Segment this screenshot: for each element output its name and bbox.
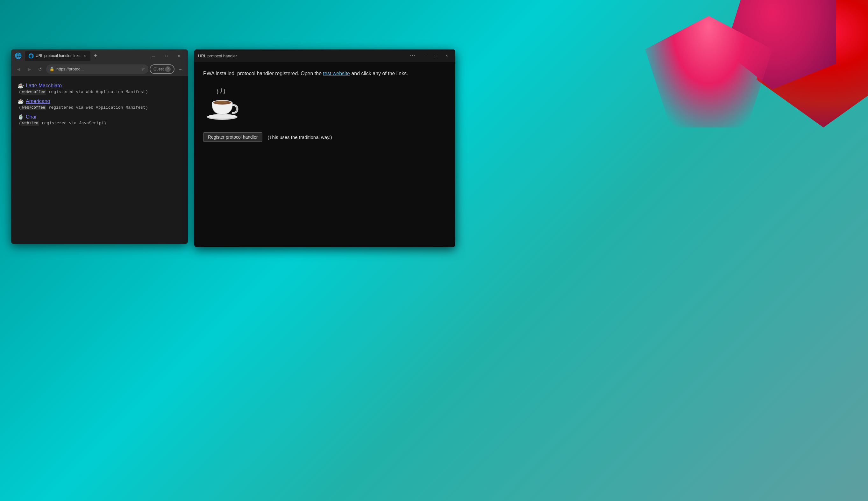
back-button[interactable]: ◀ <box>14 64 23 74</box>
coffee-emoji-1: ☕ <box>18 83 24 88</box>
new-tab-button[interactable]: + <box>91 51 100 60</box>
tab-close-button[interactable]: × <box>82 53 87 58</box>
browser-titlebar: 🌐 🌐 URL protocol handler links × + — □ × <box>11 50 188 62</box>
window-controls: — □ × <box>147 51 185 60</box>
tab-bar: 🌐 URL protocol handler links × + <box>25 51 146 61</box>
pwa-content: PWA installed, protocol handler register… <box>194 62 455 247</box>
test-website-link[interactable]: test website <box>323 71 350 76</box>
link-meta-1: (web+coffee registered via Web Applicati… <box>19 89 182 94</box>
coffee-cup-icon <box>203 85 241 123</box>
list-item: ☕ Americano (web+coffee registered via W… <box>18 98 182 110</box>
link-meta-3: (web+tea registered via JavaScript) <box>19 121 182 126</box>
browser-tab-active[interactable]: 🌐 URL protocol handler links × <box>25 51 90 61</box>
pwa-titlebar: URL protocol handler ··· — □ × <box>194 50 455 62</box>
minimize-button[interactable]: — <box>147 51 160 60</box>
pwa-minimize-button[interactable]: — <box>420 51 430 61</box>
forward-button[interactable]: ▶ <box>24 64 34 74</box>
chai-link[interactable]: Chai <box>26 114 36 120</box>
browser-toolbar: ◀ ▶ ↺ 🔒 https://protoc... ☆ Guest ? ··· <box>11 62 188 76</box>
tab-favicon: 🌐 <box>28 53 34 58</box>
close-button[interactable]: × <box>173 51 185 60</box>
pwa-window: URL protocol handler ··· — □ × PWA insta… <box>194 50 455 247</box>
list-item: ☕ Latte Macchiato (web+coffee registered… <box>18 83 182 94</box>
pwa-window-controls: ··· — □ × <box>406 51 451 61</box>
browser-content: ☕ Latte Macchiato (web+coffee registered… <box>11 76 188 244</box>
link-line-2: ☕ Americano <box>18 98 182 104</box>
coffee-emoji-2: ☕ <box>18 98 24 104</box>
register-note: (This uses the traditional way.) <box>267 135 332 140</box>
edge-logo-icon: 🌐 <box>14 51 23 60</box>
tab-title: URL protocol handler links <box>36 54 80 58</box>
maximize-button[interactable]: □ <box>160 51 173 60</box>
pwa-maximize-button[interactable]: □ <box>431 51 441 61</box>
pwa-info-prefix: PWA installed, protocol handler register… <box>203 71 323 76</box>
pwa-info-text: PWA installed, protocol handler register… <box>203 70 447 77</box>
pwa-window-title: URL protocol handler <box>198 54 406 58</box>
svg-point-1 <box>208 114 236 119</box>
address-bar[interactable]: 🔒 https://protoc... ☆ <box>46 64 149 74</box>
latte-macchiato-link[interactable]: Latte Macchiato <box>26 83 62 88</box>
address-text: https://protoc... <box>56 67 140 71</box>
favorites-icon[interactable]: ☆ <box>141 67 145 71</box>
link-line-3: 🍵 Chai <box>18 114 182 120</box>
guest-label: Guest <box>153 67 164 71</box>
tea-emoji: 🍵 <box>18 114 24 120</box>
link-meta-2: (web+coffee registered via Web Applicati… <box>19 105 182 110</box>
guest-profile-button[interactable]: Guest ? <box>150 64 175 74</box>
guest-avatar: ? <box>165 66 171 72</box>
svg-point-5 <box>216 102 227 104</box>
register-protocol-button[interactable]: Register protocol handler <box>203 132 262 142</box>
americano-link[interactable]: Americano <box>26 98 50 104</box>
pwa-close-button[interactable]: × <box>442 51 451 61</box>
refresh-button[interactable]: ↺ <box>35 64 45 74</box>
list-item: 🍵 Chai (web+tea registered via JavaScrip… <box>18 114 182 126</box>
register-protocol-row: Register protocol handler (This uses the… <box>203 132 447 142</box>
lock-icon: 🔒 <box>50 67 54 71</box>
browser-window: 🌐 🌐 URL protocol handler links × + — □ ×… <box>11 50 188 244</box>
pwa-info-suffix: and click any of the links. <box>351 71 408 76</box>
settings-menu-button[interactable]: ··· <box>176 64 185 74</box>
link-line-1: ☕ Latte Macchiato <box>18 83 182 88</box>
coffee-cup-container <box>203 85 447 125</box>
browser-window-icon: 🌐 <box>14 51 23 60</box>
pwa-more-button[interactable]: ··· <box>406 51 419 60</box>
